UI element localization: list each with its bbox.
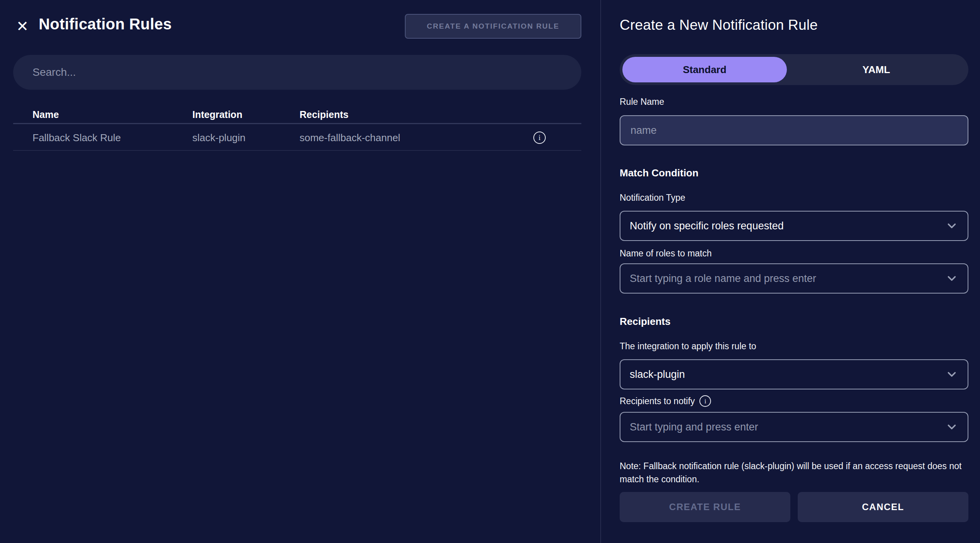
search-input[interactable] [13,55,581,90]
roles-to-match-placeholder: Start typing a role name and press enter [630,273,816,285]
recipients-heading: Recipients [620,316,671,328]
column-header-name: Name [33,109,59,120]
integration-label: The integration to apply this rule to [620,341,756,352]
tab-standard[interactable]: Standard [622,57,787,82]
recipients-to-notify-placeholder: Start typing and press enter [630,421,758,433]
notification-type-select[interactable]: Notify on specific roles requested [620,211,968,241]
integration-select[interactable]: slack-plugin [620,359,968,389]
close-icon[interactable]: ✕ [14,18,31,35]
recipients-to-notify-select[interactable]: Start typing and press enter [620,412,968,442]
integration-value: slack-plugin [630,369,685,381]
chevron-down-icon [945,368,958,381]
recipients-to-notify-label-row: Recipients to notify i [620,395,711,407]
roles-to-match-label: Name of roles to match [620,248,712,259]
rule-name-field[interactable] [620,115,968,145]
fallback-note: Note: Fallback notification rule (slack-… [620,459,968,486]
create-rule-button[interactable]: CREATE RULE [620,492,790,522]
page-title: Notification Rules [39,15,172,33]
table-row-divider [13,150,581,151]
roles-to-match-select[interactable]: Start typing a role name and press enter [620,263,968,294]
match-condition-heading: Match Condition [620,167,699,179]
create-rule-title: Create a New Notification Rule [620,17,818,33]
chevron-down-icon [945,420,958,434]
table-header-divider [13,123,581,124]
chevron-down-icon [945,219,958,232]
column-header-recipients: Recipients [300,109,348,120]
rule-name-label: Rule Name [620,97,664,107]
create-rule-panel: Create a New Notification Rule Standard … [600,0,980,543]
notification-type-value: Notify on specific roles requested [630,220,784,232]
create-notification-rule-button[interactable]: CREATE A NOTIFICATION RULE [405,14,581,39]
cancel-button[interactable]: CANCEL [798,492,968,522]
info-icon[interactable]: i [699,395,711,407]
notification-type-label: Notification Type [620,193,685,203]
column-header-integration: Integration [192,109,242,120]
notification-rules-panel: ✕ Notification Rules CREATE A NOTIFICATI… [0,0,600,543]
info-icon[interactable]: i [533,131,546,144]
recipients-to-notify-label: Recipients to notify [620,396,695,406]
tab-yaml[interactable]: YAML [787,57,966,82]
rule-integration-cell: slack-plugin [192,132,245,144]
rule-recipients-cell: some-fallback-channel [300,132,400,144]
chevron-down-icon [945,272,958,285]
rule-name-cell: Fallback Slack Rule [33,132,121,144]
notification-rules-screen: ✕ Notification Rules CREATE A NOTIFICATI… [0,0,980,543]
editor-mode-toggle: Standard YAML [620,54,968,85]
